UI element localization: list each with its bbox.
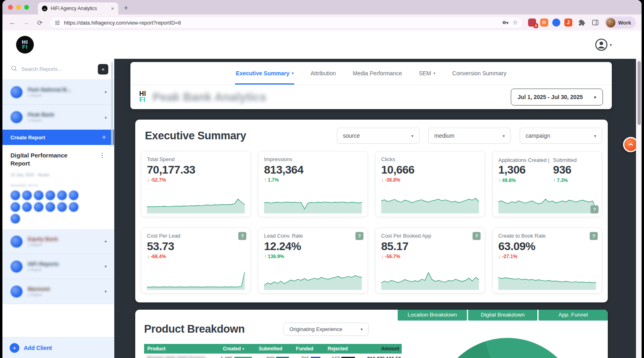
shared-user-avatar[interactable] [69,190,78,200]
report-details: Digital Performance Report ⋮ 10 July, 20… [2,145,114,229]
page-scrollbar[interactable] [636,59,642,358]
new-tab-button[interactable]: + [121,3,131,13]
url-bar[interactable]: https://data.hifiagency.com/view-report?… [49,17,523,29]
close-tab-icon[interactable]: ✕ [111,6,114,11]
sidebar-collapse-button[interactable]: « [98,64,108,74]
report-options-kebab-icon[interactable]: ⋮ [99,151,106,159]
shared-user-avatar[interactable] [10,190,20,200]
originating-experience-select[interactable]: Originating Experience ▾ [283,323,369,336]
tab-attribution[interactable]: Attribution [310,62,336,85]
sidebar-client-peak-bank[interactable]: Peak Bank 1 Report ▴ [2,105,114,130]
browser-tabstrip: HiFi Agency Analytics ✕ + [2,0,642,14]
kpi-sparkline [147,268,245,290]
section-tab-digital-breakdown[interactable]: Digital Breakdown [468,310,537,321]
extensions-puzzle-icon[interactable] [577,19,586,26]
browser-tab-active[interactable]: HiFi Agency Analytics ✕ [38,2,118,14]
column-header-amount[interactable]: Amount [355,346,402,352]
password-manager-icon[interactable] [502,19,509,26]
back-button[interactable]: ← [8,19,17,26]
sidebar-spacer [2,304,114,337]
report-tabs: Executive Summary ▾ Attribution Media Pe… [130,62,612,85]
product-pie-chart [435,338,580,358]
tab-media-performance[interactable]: Media Performance [352,62,403,85]
column-header-product[interactable]: Product [144,346,215,352]
hifi-widget-button[interactable] [623,137,636,152]
column-header-rejected[interactable]: Rejected [320,346,355,352]
zoom-window-button[interactable] [24,5,29,10]
chevron-down-icon: ▾ [411,134,413,138]
add-client-button[interactable]: + Add Client [2,337,114,358]
shared-with-label: SHARED WITH [10,184,106,187]
kpi-help-icon[interactable]: ? [355,232,363,240]
executive-summary-card: Executive Summary source ▾ medium ▾ camp… [135,120,608,302]
scrollbar-thumb[interactable] [638,61,641,125]
kpi-card-applications-created: Applications Created | Submitted 1,306 9… [492,151,602,217]
chevron-down-icon: ▾ [594,95,596,99]
close-window-button[interactable] [8,5,13,10]
shared-user-avatar[interactable] [69,202,78,212]
sidebar-client-marmont[interactable]: Marmont 1 Report ▾ [2,279,114,304]
filter-medium-select[interactable]: medium ▾ [428,128,511,144]
column-header-created[interactable]: Created▾ [215,346,252,352]
hubspot-extension-icon[interactable]: H [540,19,548,27]
filter-source-select[interactable]: source ▾ [337,128,419,144]
report-title[interactable]: Digital Performance Report [10,151,79,167]
forward-button[interactable]: → [22,19,31,26]
minimize-window-button[interactable] [16,5,21,10]
shared-user-avatar[interactable] [10,202,20,212]
browser-profile-button[interactable]: Work [605,17,636,29]
shared-user-avatar[interactable] [57,202,67,212]
blue-extension-icon[interactable] [552,19,560,27]
hifi-logo[interactable]: HI FI [16,36,34,54]
shared-user-avatar[interactable] [34,202,43,212]
shared-user-avatar[interactable] [10,214,20,223]
client-list-top: Park National B... 1 Report ▾ Peak Bank … [2,80,114,130]
search-icon [10,65,17,73]
sort-caret-icon: ▾ [242,347,244,351]
kpi-help-icon[interactable]: ? [590,232,598,240]
shared-user-avatar[interactable] [34,190,43,200]
column-header-submitted[interactable]: Submitted [252,346,289,352]
tab-executive-summary[interactable]: Executive Summary ▾ [235,62,295,85]
site-settings-icon[interactable] [54,20,60,26]
account-menu-button[interactable]: ▾ [595,38,612,51]
kpi-help-icon[interactable]: ? [238,232,246,240]
search-input[interactable] [21,66,94,72]
orange-extension-icon[interactable]: J [564,19,572,27]
reload-button[interactable]: ⟳ [35,19,44,27]
table-row[interactable]: Premier High Yield Savings 1,295 932 715… [144,354,402,358]
shared-user-avatar[interactable] [57,190,67,200]
shared-with-avatars [10,190,81,223]
shared-user-avatar[interactable] [22,202,32,212]
product-table-body: Premier High Yield Savings 1,295 932 715… [144,354,402,358]
app-header: HI FI ▾ [2,31,642,59]
side-panel-icon[interactable] [591,19,600,26]
sidebar-client-hifi-reports[interactable]: HiFi Reports 1 Report ▾ [2,254,114,279]
create-report-button[interactable]: Create Report + [2,130,114,145]
kpi-help-icon[interactable]: ? [590,205,599,213]
chevron-down-icon: ▾ [105,239,107,244]
shared-user-avatar[interactable] [22,190,32,200]
client-list-bottom: Equity Bank 1 Report ▾ HiFi Reports 1 Re… [2,229,114,304]
sidebar-client-park-national-b[interactable]: Park National B... 1 Report ▾ [2,80,114,105]
profile-avatar [606,18,615,27]
sidebar-scrollbar[interactable] [111,62,113,147]
shared-user-avatar[interactable] [45,190,55,200]
chevron-down-icon: ▾ [433,71,436,75]
date-range-select[interactable]: Jul 1, 2025 - Jul 30, 2025 ▾ [511,89,603,106]
bookmark-icon[interactable]: ☆ [512,19,518,26]
product-link[interactable]: Premier High Yield Savings [147,356,206,358]
extension-badge: 3 [534,23,538,28]
column-header-funded[interactable]: Funded [289,346,320,352]
filter-campaign-select[interactable]: campaign ▾ [520,128,602,144]
section-tab-app-funnel[interactable]: App. Funnel [539,310,608,321]
kpi-help-icon[interactable]: ? [473,232,481,240]
tab-sem[interactable]: SEM ▾ [418,62,436,85]
shared-user-avatar[interactable] [45,202,55,212]
hifi-favicon-icon [42,6,47,11]
tab-conversion-summary[interactable]: Conversion Summary [452,62,508,85]
sidebar-client-equity-bank[interactable]: Equity Bank 1 Report ▾ [2,229,114,254]
blocker-extension-icon[interactable]: 3 [528,19,536,27]
section-tab-location-breakdown[interactable]: Location Breakdown [398,310,467,321]
client-avatar [10,236,23,248]
